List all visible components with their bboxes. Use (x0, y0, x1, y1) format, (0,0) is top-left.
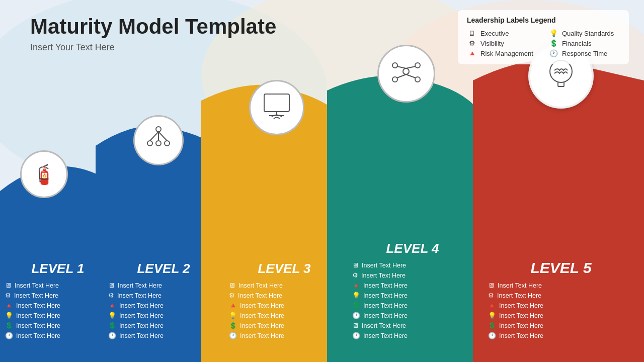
header: Maturity Model Template Insert Your Text… (30, 15, 276, 53)
quality-icon: 💡 (548, 28, 558, 38)
level2-content: LEVEL 2 🖥Insert Text Here ⚙Insert Text H… (108, 261, 219, 342)
level4-item-7: 🕐Insert Text Here (352, 332, 473, 339)
legend-title: Leadership Labels Legend (467, 16, 620, 24)
level1-content: 🧯 LEVEL 1 🖥Insert Text Here ⚙Insert Text… (5, 261, 111, 342)
l3-icon-2: 🔺 (229, 302, 237, 309)
level1-label: LEVEL 1 (5, 261, 111, 277)
level1-item-1: ⚙Insert Text Here (5, 292, 111, 299)
level3-item-4: 💲Insert Text Here (229, 322, 340, 329)
level5-content: LEVEL 5 🖥Insert Text Here ⚙Insert Text H… (488, 259, 634, 342)
svg-point-17 (415, 63, 420, 68)
level5-label: LEVEL 5 (488, 259, 634, 277)
l1-icon-4: 💲 (5, 322, 13, 329)
level4-items: 🖥Insert Text Here ⚙Insert Text Here 🔺Ins… (352, 261, 473, 339)
legend-item-response: 🕐 Response Time (548, 48, 620, 58)
visibility-label: Visibility (480, 40, 504, 47)
svg-point-16 (392, 63, 397, 68)
level3-item-2: 🔺Insert Text Here (229, 302, 340, 309)
level2-icon (145, 124, 173, 156)
risk-label: Risk Management (480, 50, 533, 57)
l1-icon-0: 🖥 (5, 282, 12, 289)
l2-icon-2: 🔺 (108, 302, 116, 309)
level5-item-2: 🔺Insert Text Here (488, 302, 634, 309)
level4-item-0: 🖥Insert Text Here (352, 261, 473, 269)
svg-line-20 (397, 66, 406, 68)
level2-item-5: 🕐Insert Text Here (108, 332, 219, 339)
l2-icon-1: ⚙ (108, 292, 114, 299)
l5-icon-4: 💲 (488, 322, 496, 329)
legend: Leadership Labels Legend 🖥 Executive ⚙ V… (458, 10, 629, 64)
level1-item-0: 🖥Insert Text Here (5, 282, 111, 289)
l3-icon-3: 💡 (229, 312, 237, 319)
level3-item-0: 🖥Insert Text Here (229, 282, 340, 289)
svg-line-21 (406, 66, 416, 68)
level1-item-3: 💡Insert Text Here (5, 312, 111, 319)
level3-icon (262, 92, 292, 124)
level4-item-5: 🕐Insert Text Here (352, 312, 473, 319)
l4-icon-4: 💲 (352, 302, 360, 309)
level5-item-3: 💡Insert Text Here (488, 312, 634, 319)
legend-item-visibility: ⚙ Visibility (467, 38, 538, 48)
level1-icon: 🧯 (32, 163, 56, 186)
l4-icon-1: ⚙ (352, 272, 358, 279)
financials-label: Financials (562, 40, 592, 47)
level5-item-4: 💲Insert Text Here (488, 322, 634, 329)
financials-icon: 💲 (548, 38, 558, 48)
level3-content: LEVEL 3 🖥Insert Text Here ⚙Insert Text H… (229, 261, 340, 342)
response-label: Response Time (562, 50, 607, 57)
level4-item-4: 💲Insert Text Here (352, 302, 473, 309)
l4-icon-7: 🕐 (352, 332, 360, 339)
executive-label: Executive (480, 30, 509, 37)
level2-label: LEVEL 2 (108, 261, 219, 277)
legend-item-financials: 💲 Financials (548, 38, 620, 48)
level4-item-6: 🖥Insert Text Here (352, 322, 473, 329)
svg-point-18 (392, 77, 397, 82)
level3-item-5: 🕐Insert Text Here (229, 332, 340, 339)
svg-point-6 (156, 141, 161, 146)
level1-item-4: 💲Insert Text Here (5, 322, 111, 329)
level2-item-1: ⚙Insert Text Here (108, 292, 219, 299)
subtitle: Insert Your Text Here (30, 42, 276, 53)
level1-items: 🖥Insert Text Here ⚙Insert Text Here 🔺Ins… (5, 282, 111, 339)
legend-item-quality: 💡 Quality Standards (548, 28, 620, 38)
level5-item-0: 🖥Insert Text Here (488, 282, 634, 289)
level1-icon-circle: 🧯 (20, 150, 68, 198)
legend-left: 🖥 Executive ⚙ Visibility 🔺 Risk Manageme… (467, 28, 538, 58)
level4-label: LEVEL 4 (352, 241, 473, 256)
legend-item-executive: 🖥 Executive (467, 28, 538, 38)
level4-icon (390, 55, 423, 93)
level3-icon-circle (249, 80, 304, 135)
level1-item-2: 🔺Insert Text Here (5, 302, 111, 309)
response-icon: 🕐 (548, 48, 558, 58)
level3-label: LEVEL 3 (229, 261, 340, 277)
l2-icon-5: 🕐 (108, 332, 116, 339)
l3-icon-0: 🖥 (229, 282, 235, 289)
quality-label: Quality Standards (562, 30, 614, 37)
l5-icon-3: 💡 (488, 312, 496, 319)
l5-icon-2: 🔺 (488, 302, 496, 309)
svg-line-8 (150, 132, 158, 141)
l5-icon-1: ⚙ (488, 292, 494, 299)
l1-icon-5: 🕐 (5, 332, 13, 339)
level4-item-3: 💡Insert Text Here (352, 292, 473, 299)
svg-point-19 (415, 77, 420, 82)
visibility-icon: ⚙ (467, 38, 477, 48)
svg-rect-11 (264, 94, 289, 112)
l1-icon-2: 🔺 (5, 302, 13, 309)
level3-item-3: 💡Insert Text Here (229, 312, 340, 319)
level4-item-2: 🔺Insert Text Here (352, 282, 473, 289)
level2-item-0: 🖥Insert Text Here (108, 282, 219, 289)
level2-item-3: 💡Insert Text Here (108, 312, 219, 319)
legend-grid: 🖥 Executive ⚙ Visibility 🔺 Risk Manageme… (467, 28, 620, 58)
l3-icon-5: 🕐 (229, 332, 237, 339)
l2-icon-3: 💡 (108, 312, 116, 319)
level2-item-4: 💲Insert Text Here (108, 322, 219, 329)
risk-icon: 🔺 (467, 48, 477, 58)
level4-content: LEVEL 4 🖥Insert Text Here ⚙Insert Text H… (352, 241, 473, 342)
level1-item-5: 🕐Insert Text Here (5, 332, 111, 339)
svg-line-22 (397, 74, 406, 78)
l5-icon-0: 🖥 (488, 282, 495, 289)
level5-item-5: 🕐Insert Text Here (488, 332, 634, 339)
l4-icon-3: 💡 (352, 292, 360, 299)
main-title: Maturity Model Template (30, 15, 276, 38)
